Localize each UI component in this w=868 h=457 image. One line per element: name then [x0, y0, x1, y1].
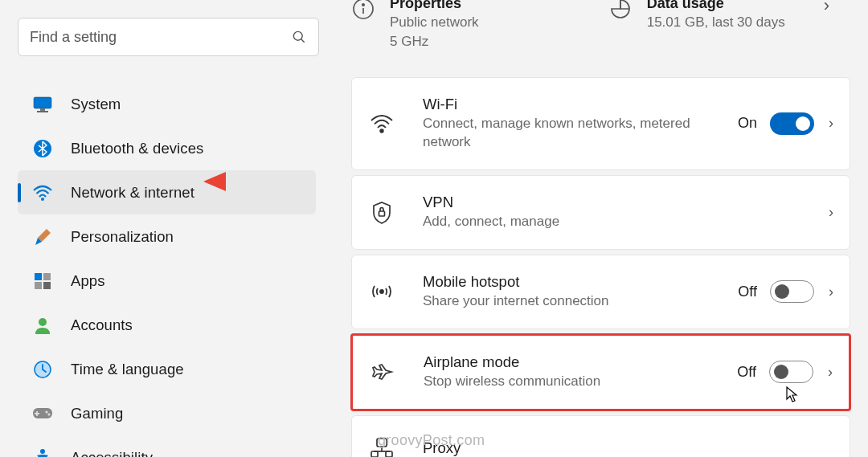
- accounts-icon: [32, 315, 53, 336]
- search-input[interactable]: [30, 29, 291, 46]
- main-content: Properties Public network 5 GHz Data usa…: [334, 0, 868, 457]
- gamepad-icon: [32, 403, 53, 424]
- wifi-sub: Connect, manage known networks, metered …: [423, 114, 738, 153]
- airplane-title: Airplane mode: [424, 353, 737, 371]
- usage-sub: 15.01 GB, last 30 days: [647, 13, 785, 32]
- accessibility-icon: [32, 447, 53, 458]
- svg-rect-27: [386, 451, 392, 457]
- nav-label: Network & internet: [71, 184, 194, 202]
- nav-label: Gaming: [71, 405, 123, 422]
- svg-rect-7: [35, 273, 42, 280]
- nav-label: Time & language: [71, 361, 184, 378]
- sidebar-item-bluetooth[interactable]: Bluetooth & devices: [18, 126, 316, 170]
- vpn-title: VPN: [423, 194, 829, 211]
- hotspot-icon: [370, 280, 394, 304]
- chevron-right-icon: ›: [824, 0, 829, 16]
- properties-sub2: 5 GHz: [390, 32, 479, 51]
- svg-rect-3: [40, 108, 45, 111]
- chevron-right-icon: ›: [829, 204, 833, 221]
- sidebar-item-system[interactable]: System: [18, 82, 316, 126]
- properties-sub1: Public network: [390, 13, 479, 32]
- svg-point-6: [41, 198, 44, 201]
- svg-line-1: [301, 39, 305, 43]
- hotspot-title: Mobile hotspot: [423, 273, 738, 291]
- svg-rect-10: [43, 282, 51, 289]
- sidebar-item-accounts[interactable]: Accounts: [18, 303, 316, 347]
- wifi-state: On: [738, 115, 757, 132]
- svg-point-16: [40, 449, 45, 454]
- setting-vpn[interactable]: VPN Add, connect, manage ›: [351, 175, 850, 250]
- properties-title: Properties: [390, 0, 479, 12]
- airplane-sub: Stop wireless communication: [424, 372, 737, 391]
- setting-wifi[interactable]: Wi-Fi Connect, manage known networks, me…: [351, 77, 850, 171]
- svg-point-11: [39, 318, 47, 326]
- apps-icon: [32, 271, 53, 292]
- sidebar-item-network[interactable]: Network & internet: [18, 170, 316, 214]
- nav-label: Apps: [71, 272, 105, 290]
- setting-hotspot[interactable]: Mobile hotspot Share your internet conne…: [351, 255, 850, 329]
- wifi-icon: [370, 112, 394, 136]
- chevron-right-icon: ›: [828, 364, 833, 381]
- hotspot-sub: Share your internet connection: [423, 292, 738, 311]
- usage-title: Data usage: [647, 0, 785, 12]
- watermark: groovyPost.com: [378, 432, 485, 449]
- svg-point-14: [45, 410, 47, 413]
- sidebar-item-personalization[interactable]: Personalization: [18, 214, 316, 259]
- svg-rect-2: [34, 97, 51, 108]
- chart-icon: [608, 0, 633, 21]
- sidebar-item-apps[interactable]: Apps: [18, 259, 316, 303]
- bluetooth-icon: [32, 138, 53, 159]
- properties-card[interactable]: Properties Public network 5 GHz: [351, 0, 479, 51]
- setting-airplane[interactable]: Airplane mode Stop wireless communicatio…: [353, 336, 849, 409]
- svg-rect-26: [371, 451, 378, 457]
- svg-rect-9: [35, 282, 42, 289]
- svg-rect-21: [379, 211, 385, 216]
- sidebar-item-gaming[interactable]: Gaming: [18, 391, 316, 435]
- vpn-icon: [370, 201, 394, 225]
- svg-point-18: [362, 4, 364, 6]
- nav-label: Bluetooth & devices: [71, 140, 203, 157]
- search-box[interactable]: [18, 18, 319, 56]
- top-cards: Properties Public network 5 GHz Data usa…: [351, 0, 850, 51]
- system-icon: [32, 94, 53, 115]
- nav-label: Accounts: [71, 316, 133, 334]
- airplane-toggle[interactable]: [769, 361, 813, 383]
- wifi-title: Wi-Fi: [423, 96, 738, 113]
- wifi-toggle[interactable]: [770, 112, 814, 135]
- hotspot-state: Off: [738, 284, 757, 300]
- sidebar-item-accessibility[interactable]: Accessibility: [18, 435, 316, 457]
- svg-point-20: [380, 129, 383, 133]
- airplane-state: Off: [737, 364, 756, 381]
- clock-icon: [32, 359, 53, 380]
- highlight-box: Airplane mode Stop wireless communicatio…: [350, 333, 851, 411]
- svg-rect-8: [43, 273, 51, 280]
- airplane-icon: [371, 360, 395, 384]
- sidebar-item-time[interactable]: Time & language: [18, 347, 316, 391]
- data-usage-card[interactable]: Data usage 15.01 GB, last 30 days ›: [608, 0, 829, 51]
- brush-icon: [32, 226, 53, 247]
- chevron-right-icon: ›: [829, 284, 833, 300]
- nav-label: Personalization: [71, 228, 174, 246]
- nav-label: System: [71, 96, 121, 113]
- vpn-sub: Add, connect, manage: [423, 212, 829, 231]
- nav-list: System Bluetooth & devices: [0, 82, 334, 457]
- svg-point-15: [47, 413, 50, 415]
- search-icon: [291, 29, 307, 45]
- nav-label: Accessibility: [71, 449, 153, 458]
- svg-point-0: [293, 31, 302, 40]
- chevron-right-icon: ›: [829, 115, 833, 132]
- settings-list: Wi-Fi Connect, manage known networks, me…: [351, 77, 850, 457]
- hotspot-toggle[interactable]: [770, 280, 814, 303]
- info-icon: [351, 0, 375, 21]
- svg-rect-4: [37, 111, 48, 112]
- sidebar: System Bluetooth & devices: [0, 0, 334, 457]
- network-icon: [32, 182, 53, 203]
- svg-point-22: [380, 290, 383, 293]
